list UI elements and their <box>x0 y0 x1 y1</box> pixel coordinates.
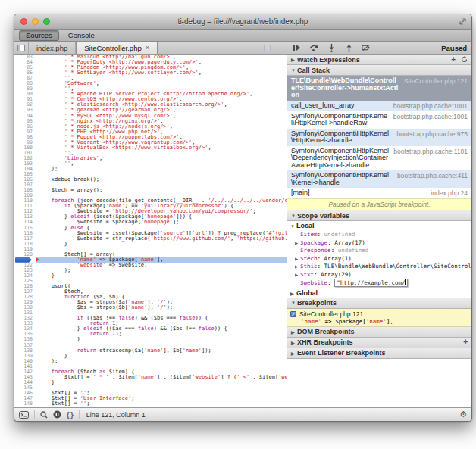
resize-grip-icon[interactable] <box>459 17 467 26</box>
code-line[interactable]: 94 ' * MySQL <http://www.mysql.com/>', <box>14 114 287 119</box>
code-line[interactable]: 118 } <box>14 242 287 247</box>
code-line[interactable]: 137 <box>14 343 287 348</box>
code-line[interactable]: 103 '', <box>14 161 287 167</box>
code-line[interactable]: 97 ' * PHP <http://www.php.net/>', <box>14 129 287 135</box>
code-line[interactable]: 128 function ($a, $b) { <box>14 295 287 300</box>
code-line[interactable]: 141 <box>14 364 287 369</box>
code-line[interactable]: 110 foreach (json_decode(file_get_conten… <box>14 198 287 204</box>
code-line[interactable]: 126 usort( <box>14 284 287 289</box>
call-stack-frame[interactable]: bootstrap.php.cache:975Symfony\Component… <box>287 129 471 146</box>
breakpoint-entry[interactable]: ✓SiteController.php:121'name' => $packag… <box>287 309 471 327</box>
code-line[interactable]: 143 $txt[] = ' * ' . $item['name'] . ($i… <box>14 375 287 380</box>
variable-value-input[interactable]: "http://example.com/ <box>334 279 408 287</box>
code-line[interactable]: 147 $txt[] = 'User Interface'; <box>14 396 287 401</box>
code-line[interactable]: 146 $txt[] = ''; <box>14 391 287 396</box>
line-number[interactable]: 96 <box>14 124 36 129</box>
scope-group-label[interactable]: ▶Global <box>290 289 471 298</box>
line-number[interactable]: 93 <box>14 108 36 113</box>
minimize-window-button[interactable] <box>32 18 39 25</box>
toggle-breakpoints-icon[interactable] <box>362 44 371 52</box>
code-line[interactable]: 112 $website = 'http://developer.yahoo.c… <box>14 209 287 214</box>
section-breakpoints[interactable]: ▼ Breakpoints <box>287 298 471 309</box>
code-line[interactable]: 148 $txt[] = ''; <box>14 401 287 407</box>
code-line[interactable]: 139 } <box>14 354 287 359</box>
code-line[interactable]: 130 $bs = strpos($b['name'], '/'); <box>14 305 287 310</box>
call-stack-frame[interactable]: bootstrap.php.cache:1001call_user_func_a… <box>287 101 471 111</box>
code-line[interactable]: 113 } elseif (isset($package['homepage']… <box>14 214 287 220</box>
line-number[interactable]: 85 <box>14 65 36 70</box>
line-number[interactable]: 149 <box>14 407 36 407</box>
code-line[interactable]: 104 ); <box>14 167 287 172</box>
code-line[interactable]: 98 ' * Puppet <http://puppetlabs.com/>', <box>14 135 287 140</box>
code-line[interactable]: 122 'website' => $website, <box>14 263 287 268</box>
step-into-icon[interactable] <box>327 44 336 52</box>
code-line[interactable]: 138 return strcasecmp($a['name'], $b['na… <box>14 348 287 354</box>
refresh-watch-icon[interactable] <box>461 56 468 63</box>
code-line[interactable]: 89 '', <box>14 86 287 92</box>
code-line[interactable]: 109 <box>14 193 287 198</box>
code-line[interactable]: 131 <box>14 310 287 316</box>
code-line[interactable]: 115 } else { <box>14 226 287 231</box>
code-line[interactable]: 144 } <box>14 380 287 385</box>
code-line[interactable]: 124 } <box>14 273 287 279</box>
zoom-window-button[interactable] <box>43 18 50 25</box>
line-number[interactable]: 84 <box>14 60 36 65</box>
code-line[interactable]: 142 foreach ($tech as $item) { <box>14 369 287 375</box>
tab-sources[interactable]: Sources <box>19 30 59 41</box>
scope-variable[interactable]: ▶$this: TLE\Bundle\WebBundle\Controller\… <box>295 263 471 271</box>
file-tab-index-php[interactable]: index.php <box>29 42 76 54</box>
scope-variable[interactable]: $item: undefined <box>295 231 471 239</box>
line-number[interactable]: 91 <box>14 97 36 102</box>
line-number[interactable]: 120 <box>14 252 36 257</box>
scope-variable[interactable]: $website: "http://example.com/ <box>295 279 471 288</box>
code-line[interactable]: 100 ' * VirtualBox <https://www.virtualb… <box>14 145 287 151</box>
line-number[interactable]: 89 <box>14 86 36 92</box>
line-number[interactable]: 92 <box>14 102 36 108</box>
call-stack-frame[interactable]: bootstrap.php.cache:1001Symfony\Componen… <box>287 111 471 129</box>
call-stack-frame[interactable]: bootstrap.php.cache:1101Symfony\Componen… <box>287 146 471 171</box>
code-line[interactable]: 99 ' * Vagrant <http://www.vagrantup.com… <box>14 140 287 145</box>
pretty-print-icon[interactable]: { } <box>67 411 74 419</box>
breakpoint-checkbox[interactable]: ✓ <box>290 311 296 317</box>
code-line[interactable]: 140 ); <box>14 359 287 364</box>
code-line[interactable]: 136 } <box>14 337 287 342</box>
code-line[interactable]: 117 $website = str_replace('https://www.… <box>14 236 287 242</box>
code-line[interactable]: 114 $website = $package['homepage']; <box>14 220 287 225</box>
code-line[interactable]: 108 $tech = array(); <box>14 188 287 193</box>
code-editor[interactable]: 83 ' * Mailgun <http://mailgun.com/>',84… <box>14 55 287 407</box>
pause-on-exceptions-icon[interactable] <box>53 410 61 419</box>
code-line[interactable]: 83 ' * Mailgun <http://mailgun.com/>', <box>14 55 287 60</box>
console-drawer-icon[interactable] <box>19 411 29 419</box>
call-stack-frame[interactable]: bootstrap.php.cache:411Symfony\Component… <box>287 170 471 188</box>
gear-icon[interactable]: ⚙ <box>459 410 467 419</box>
section-xhr-breakpoints[interactable]: ▶ XHR Breakpoints + <box>287 338 471 348</box>
scope-variable[interactable]: ▶$tech: Array(1) <box>295 255 471 263</box>
code-line[interactable]: 90 ' * Apache HTTP Server Project <http:… <box>14 92 287 97</box>
tab-console[interactable]: Console <box>62 31 101 40</box>
code-line[interactable]: 87 '', <box>14 76 287 81</box>
line-number[interactable]: 94 <box>14 114 36 119</box>
code-line[interactable]: 101 '', <box>14 151 287 156</box>
code-line[interactable]: 106 xdebug_break(); <box>14 177 287 182</box>
code-line[interactable]: 135 return -1; <box>14 332 287 337</box>
section-event-listener-breakpoints[interactable]: ▶ Event Listener Breakpoints <box>287 348 471 359</box>
code-line[interactable]: 145 <box>14 385 287 391</box>
code-line[interactable]: 111 if ($package['name'] == 'yuilibrary/… <box>14 204 287 209</box>
step-out-icon[interactable] <box>344 44 353 52</box>
code-line[interactable]: 123 ); <box>14 268 287 273</box>
line-number[interactable]: 83 <box>14 55 36 60</box>
code-line[interactable]: 85 ' * Pingdom <http://www.pingdom.com/>… <box>14 65 287 70</box>
line-number[interactable]: 90 <box>14 92 36 97</box>
line-number[interactable]: 86 <box>14 70 36 76</box>
call-stack-frame[interactable]: index.php:24[main] <box>287 188 471 198</box>
section-watch-expressions[interactable]: ▶ Watch Expressions + <box>287 55 471 65</box>
scope-variable[interactable]: $response: undefined <box>295 247 471 255</box>
line-number[interactable]: 88 <box>14 81 36 86</box>
file-tab-sitecontroller-php[interactable]: SiteController.php × <box>76 42 158 54</box>
code-line[interactable]: 95 ' * nginx <http://nginx.org/>', <box>14 119 287 124</box>
scope-group-label[interactable]: ▼Local <box>290 222 471 231</box>
section-scope-variables[interactable]: ▼ Scope Variables <box>287 210 471 221</box>
call-stack-frame[interactable]: SiteController.php:121TLE\Bundle\WebBund… <box>287 76 471 101</box>
code-line[interactable]: 84 ' * PagerDuty <http://www.pagerduty.c… <box>14 60 287 65</box>
code-line[interactable]: 91 ' * CentOS <http://www.centos.org/>', <box>14 97 287 102</box>
